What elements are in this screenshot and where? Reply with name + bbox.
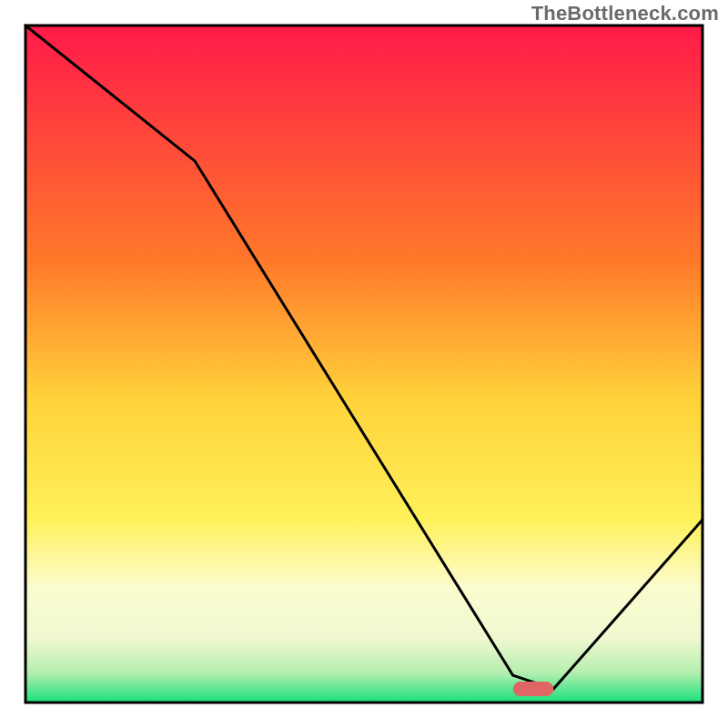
chart-stage: TheBottleneck.com (0, 0, 728, 728)
gradient-background (25, 25, 703, 703)
optimal-marker (513, 682, 554, 696)
bottleneck-chart (0, 0, 728, 728)
